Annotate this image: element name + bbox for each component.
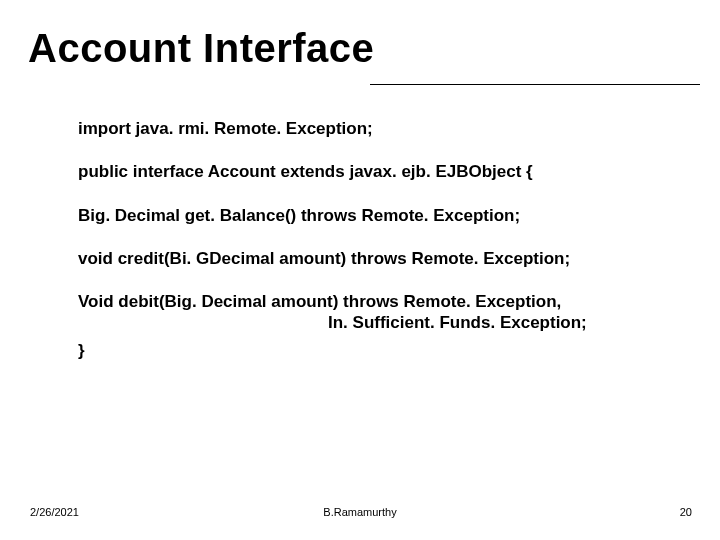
footer-date: 2/26/2021 xyxy=(30,506,79,518)
slide-body: import java. rmi. Remote. Exception; pub… xyxy=(78,118,690,383)
code-line: public interface Account extends javax. … xyxy=(78,161,690,182)
footer-page-number: 20 xyxy=(680,506,692,518)
title-underline xyxy=(370,84,700,85)
code-line: } xyxy=(78,340,690,361)
code-line: void credit(Bi. GDecimal amount) throws … xyxy=(78,248,690,269)
slide-title: Account Interface xyxy=(28,26,374,71)
footer-author: B.Ramamurthy xyxy=(323,506,396,518)
code-line: import java. rmi. Remote. Exception; xyxy=(78,118,690,139)
code-line: Void debit(Big. Decimal amount) throws R… xyxy=(78,291,690,312)
code-line: In. Sufficient. Funds. Exception; xyxy=(78,312,690,333)
slide: Account Interface import java. rmi. Remo… xyxy=(0,0,720,540)
code-line: Big. Decimal get. Balance() throws Remot… xyxy=(78,205,690,226)
